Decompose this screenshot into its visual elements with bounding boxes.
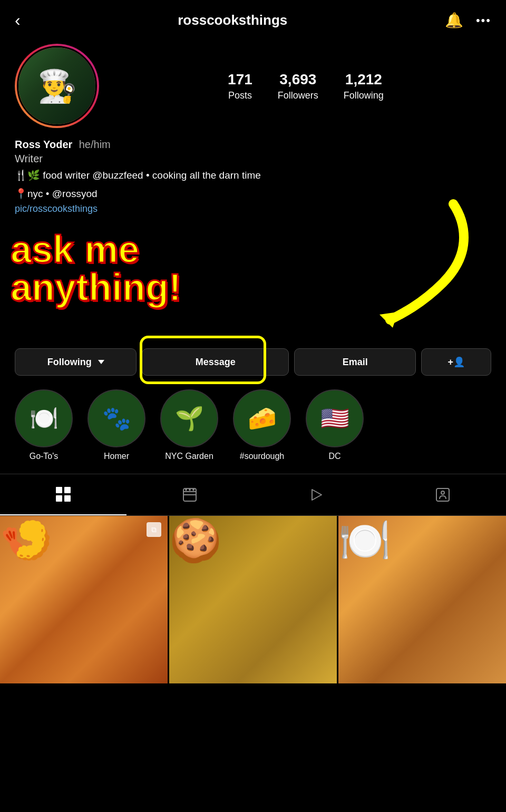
highlight-gotos[interactable]: 🍽️ Go-To's [15,389,73,461]
highlight-nycgarden[interactable]: 🌱 NYC Garden [160,389,218,461]
highlight-sourdough-circle: 🧀 [233,389,291,447]
followers-label: Followers [278,90,318,101]
following-label: Following [344,90,384,101]
header: ‹ rosscooksthings 🔔 ••• [0,0,506,35]
grid-post-1[interactable]: ⧉ [0,516,168,683]
grid-icon [55,486,72,503]
svg-point-8 [185,489,187,491]
profile-section: 👨‍🍳 171 Posts 3,693 Followers 1,212 Foll… [0,35,506,128]
play-icon [308,486,325,503]
avatar-ring: 👨‍🍳 [15,44,99,128]
highlights-section: 🍽️ Go-To's 🐾 Homer 🌱 NYC Garden 🧀 #sourd… [0,384,506,469]
annotation-line2: anything! [11,268,181,306]
avatar-container[interactable]: 👨‍🍳 [15,44,99,128]
header-icons: 🔔 ••• [445,12,491,29]
avatar: 👨‍🍳 [17,46,97,126]
svg-rect-6 [183,491,196,492]
following-stat[interactable]: 1,212 Following [344,71,384,101]
multi-post-icon: ⧉ [147,522,161,537]
arrow-annotation [285,188,485,336]
more-options-icon[interactable]: ••• [476,14,491,27]
annotation-text: ask me anything! [11,230,181,306]
svg-rect-7 [183,494,196,495]
highlight-homer-circle: 🐾 [87,389,145,447]
highlight-gotos-label: Go-To's [30,452,59,461]
followers-count: 3,693 [279,71,316,88]
avatar-image: 👨‍🍳 [18,47,95,124]
username: rosscooksthings [178,12,287,28]
back-button[interactable]: ‹ [15,11,21,30]
tab-grid[interactable] [0,474,126,515]
action-buttons: Following Message Email +👤 [0,340,506,384]
tab-video[interactable] [253,474,380,515]
highlight-sourdough-label: #sourdough [240,452,285,461]
highlight-homer[interactable]: 🐾 Homer [87,389,145,461]
chevron-down-icon [98,360,104,364]
svg-rect-4 [64,495,71,502]
highlight-dc-circle: 🇺🇸 [306,389,364,447]
message-button[interactable]: Message [142,348,289,376]
highlight-homer-label: Homer [104,452,129,461]
post-grid: ⧉ [0,516,506,683]
tab-bar [0,474,506,516]
svg-point-9 [189,489,191,491]
posts-label: Posts [228,90,252,101]
add-person-button[interactable]: +👤 [421,348,491,376]
grid-post-3[interactable] [338,516,506,683]
reels-icon [181,486,198,503]
stats-container: 171 Posts 3,693 Followers 1,212 Followin… [120,71,491,101]
highlight-gotos-circle: 🍽️ [15,389,73,447]
highlight-nycgarden-label: NYC Garden [165,452,213,461]
grid-post-2[interactable] [169,516,337,683]
tag-icon [434,486,451,503]
annotation-line1: ask me [11,230,181,268]
svg-marker-11 [312,490,322,500]
svg-rect-3 [56,495,62,502]
tab-reels[interactable] [126,474,253,515]
notification-icon[interactable]: 🔔 [445,12,463,29]
svg-rect-2 [64,487,71,493]
svg-point-10 [192,489,194,491]
bio-title: Writer [15,153,491,165]
svg-rect-1 [56,487,62,493]
posts-count: 171 [228,71,252,88]
following-count: 1,212 [345,71,382,88]
highlight-dc[interactable]: 🇺🇸 DC [306,389,364,461]
tab-tagged[interactable] [380,474,506,515]
following-button[interactable]: Following [15,348,137,376]
svg-marker-0 [380,312,398,328]
bio-name: Ross Yoder [15,139,72,150]
email-button[interactable]: Email [294,348,416,376]
highlight-sourdough[interactable]: 🧀 #sourdough [233,389,291,461]
highlight-nycgarden-circle: 🌱 [160,389,218,447]
posts-stat[interactable]: 171 Posts [228,71,252,101]
followers-stat[interactable]: 3,693 Followers [278,71,318,101]
highlight-dc-label: DC [328,452,340,461]
bio-line1: 🍴🌿 food writer @buzzfeed • cooking all t… [15,168,491,183]
bio-pronouns: he/him [79,139,111,150]
annotation-area: ask me anything! [0,220,506,336]
svg-point-13 [441,491,444,494]
highlights-row: 🍽️ Go-To's 🐾 Homer 🌱 NYC Garden 🧀 #sourd… [15,389,491,461]
